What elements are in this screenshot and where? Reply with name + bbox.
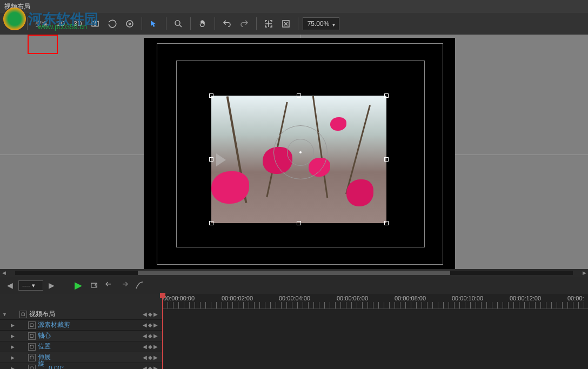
scroll-left-button[interactable]: ◀ [0,269,8,277]
rotation-value[interactable]: 0.00° [44,365,68,370]
expand-icon[interactable]: ▶ [11,333,17,339]
track-row-video-layout[interactable]: ▼ ▢ 视频布局 ◀◆▶ [0,309,162,320]
resize-handle-mr[interactable] [384,157,389,162]
next-keyframe-button[interactable]: ▶ [153,344,158,350]
svg-point-2 [126,21,133,27]
expand-icon[interactable]: ▶ [11,344,17,350]
anchor-point[interactable] [299,151,302,153]
snapshot-button[interactable] [278,16,293,31]
playhead-head-icon[interactable] [160,293,165,298]
time-mark: 00:00:10:00 [452,295,483,301]
resize-handle-bm[interactable] [297,221,301,225]
track-label[interactable]: 轴心 [38,331,143,340]
separator [298,17,298,30]
track-row-position[interactable]: ▶ ▢ 位置 ◀◆▶ [0,341,162,352]
track-type-icon: ▢ [28,354,36,361]
next-keyframe-button[interactable]: ▶ [153,311,158,317]
expand-icon[interactable]: ▶ [11,355,17,360]
horizontal-scrollbar[interactable]: ◀ ▶ [0,269,588,277]
loop-button[interactable] [88,279,101,292]
track-row-stretch[interactable]: ▶ ▢ 伸展 ◀◆▶ [0,352,162,363]
track-label[interactable]: 旋转 [38,359,44,370]
chevron-down-icon: ▼ [331,23,336,28]
add-keyframe-button[interactable]: ◆ [148,311,152,317]
collapse-icon[interactable]: ▼ [2,312,9,317]
watermark-text: 河东软件园 [28,10,98,29]
separator [215,17,215,30]
safe-zone-button[interactable] [261,16,276,31]
add-keyframe-button[interactable]: ◆ [148,322,152,328]
resize-handle-tr[interactable] [384,93,389,98]
play-button[interactable]: ▶ [71,279,85,291]
expand-icon[interactable]: ▶ [11,366,17,370]
timeline-ruler[interactable]: 00:00:00:00 00:00:02:00 00:00:04:00 00:0… [162,294,588,309]
next-keyframe-button[interactable]: ▶ [153,354,158,360]
track-label[interactable]: 伸展 [38,353,143,362]
add-keyframe-button[interactable]: ◆ [148,365,152,369]
redo-timeline-button[interactable] [118,279,131,292]
time-mark: 00:00: [567,295,584,301]
undo-timeline-button[interactable] [103,279,116,292]
separator [256,17,257,30]
separator [190,17,191,30]
prev-keyframe-button[interactable]: ◀ [143,333,147,339]
time-mark: 00:00:12:00 [510,295,541,301]
target-button[interactable] [122,16,137,31]
resize-handle-tl[interactable] [209,93,213,98]
preview-area[interactable]: ◀ ▶ [0,35,588,277]
tracks-area: ▼ ▢ 视频布局 ◀◆▶ ▶ ▢ 源素材裁剪 ◀◆▶ ▶ ▢ 轴心 ◀◆▶ [0,309,588,369]
svg-point-4 [175,21,180,25]
add-keyframe-button[interactable]: ◆ [148,354,152,360]
next-frame-button[interactable]: ▶ [45,279,58,292]
resize-handle-ml[interactable] [209,157,213,162]
prev-keyframe-button[interactable]: ◀ [143,311,147,317]
playhead[interactable] [162,294,163,369]
zoom-select[interactable]: 75.00% ▼ [303,17,340,30]
track-type-icon: ▢ [28,343,36,351]
ruler-ticks [162,302,588,308]
resize-handle-tm[interactable] [297,93,301,98]
add-keyframe-button[interactable]: ◆ [148,344,152,350]
undo-button[interactable] [219,16,235,31]
track-row-source-crop[interactable]: ▶ ▢ 源素材裁剪 ◀◆▶ [0,320,162,331]
time-mark: 00:00:06:00 [337,295,368,301]
frame-select[interactable]: ---- ▾ [18,280,43,291]
svg-point-3 [129,23,130,25]
rotate-button[interactable] [105,16,120,31]
next-keyframe-button[interactable]: ▶ [153,333,158,339]
time-mark: 00:00:02:00 [222,295,253,301]
prev-keyframe-button[interactable]: ◀ [143,365,147,369]
svg-line-5 [179,25,182,27]
track-row-axis[interactable]: ▶ ▢ 轴心 ◀◆▶ [0,331,162,341]
prev-keyframe-button[interactable]: ◀ [143,354,147,360]
prev-keyframe-button[interactable]: ◀ [143,344,147,350]
scroll-right-button[interactable]: ▶ [580,269,588,277]
track-label[interactable]: 视频布局 [29,310,143,319]
hand-tool[interactable] [195,16,210,31]
scroll-track[interactable] [15,271,573,275]
resize-handle-br[interactable] [384,221,389,225]
tracks-timeline[interactable] [162,309,588,369]
track-label[interactable]: 源素材裁剪 [38,320,143,330]
track-row-rotation[interactable]: ▶ ▢ 旋转 0.00° ◀◆▶ [0,363,162,369]
prev-frame-button[interactable]: ◀ [3,279,16,292]
prev-keyframe-button[interactable]: ◀ [143,322,147,328]
curve-button[interactable] [133,279,146,292]
time-mark: 00:00:04:00 [279,295,310,301]
expand-icon[interactable]: ▶ [11,323,17,328]
add-keyframe-button[interactable]: ◆ [148,333,152,339]
timeline-controls: ◀ ---- ▾ ▶ ▶ [0,277,588,294]
track-type-icon: ▢ [28,332,36,340]
resize-handle-bl[interactable] [209,221,213,225]
highlight-box [28,35,58,54]
zoom-tool[interactable] [171,16,186,31]
time-mark: 00:00:00:00 [163,295,195,301]
track-type-icon: ▢ [28,321,36,329]
selection-tool[interactable] [146,16,162,31]
scroll-thumb[interactable] [138,271,450,275]
next-keyframe-button[interactable]: ▶ [153,365,158,369]
next-keyframe-button[interactable]: ▶ [153,322,158,328]
track-label[interactable]: 位置 [38,342,143,351]
redo-button[interactable] [237,16,252,31]
separator [166,17,166,30]
